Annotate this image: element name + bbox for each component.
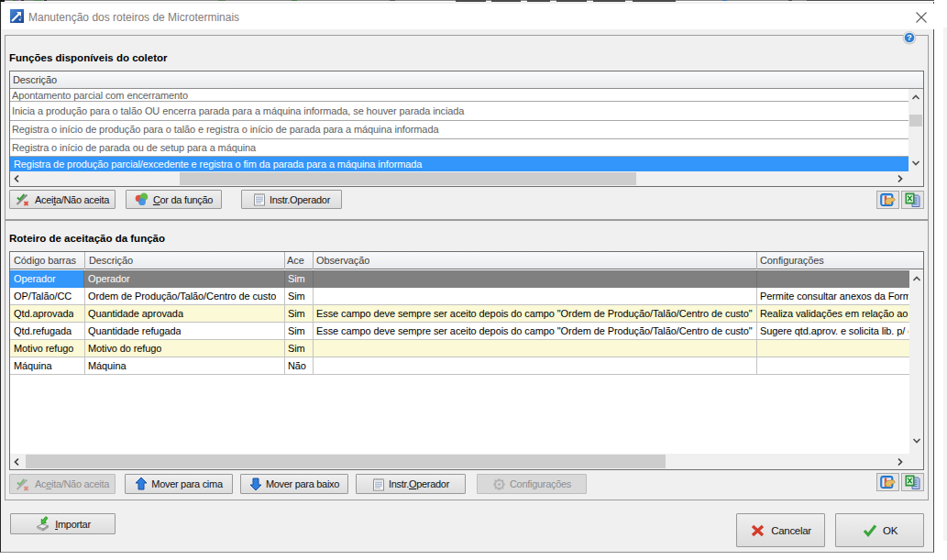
svg-text:?: ? [907, 32, 912, 42]
